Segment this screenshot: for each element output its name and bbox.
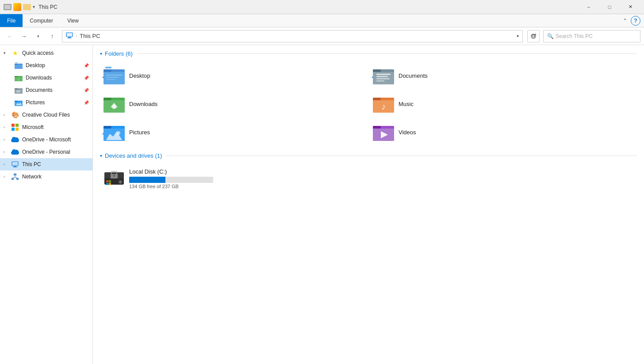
sidebar-this-pc-label: This PC — [22, 161, 89, 167]
svg-point-59 — [117, 131, 120, 135]
window-controls: − □ ✕ — [579, 0, 640, 14]
svg-rect-5 — [15, 64, 18, 64]
quick-access-chevron: ▾ — [4, 51, 11, 55]
folder-item-documents[interactable]: ☁ Documents — [369, 62, 637, 89]
title-bar: ▾ This PC − □ ✕ — [0, 0, 644, 14]
recent-locations-button[interactable]: ▾ — [32, 30, 44, 42]
drive-c-progress-bar — [129, 177, 213, 183]
svg-rect-13 — [15, 88, 18, 89]
window-title: This PC — [38, 4, 58, 10]
folder-item-desktop[interactable]: ☁ Desktop — [100, 62, 368, 89]
svg-rect-51 — [112, 107, 116, 109]
back-button[interactable]: ← — [4, 30, 16, 42]
svg-rect-38 — [106, 77, 119, 78]
search-box[interactable]: 🔍 Search This PC — [543, 30, 640, 42]
svg-rect-29 — [16, 178, 19, 180]
main-area: ▾ ★ Quick access Desktop 📌 — [0, 45, 644, 364]
address-arrow-icon: › — [76, 34, 77, 38]
sidebar-creative-cloud-label: Creative Cloud Files — [22, 112, 89, 118]
title-bar-icons: ▾ — [4, 3, 35, 11]
drive-c-info: Local Disk (C:) 134 GB free of 237 GB — [129, 168, 633, 189]
folder-item-downloads[interactable]: Downloads — [100, 91, 368, 117]
videos-folder-icon-large — [373, 121, 394, 143]
svg-rect-0 — [66, 33, 73, 37]
drive-c-size-label: 134 GB free of 237 GB — [129, 184, 633, 189]
svg-rect-21 — [12, 128, 15, 131]
this-pc-icon — [11, 160, 19, 169]
forward-button[interactable]: → — [18, 30, 30, 42]
svg-point-70 — [120, 182, 121, 183]
address-bar[interactable]: › This PC ▾ — [62, 30, 523, 42]
sidebar-network-label: Network — [22, 174, 89, 180]
svg-text:↓: ↓ — [18, 77, 19, 81]
sidebar-onedrive-ms-label: OneDrive - Microsoft — [22, 136, 89, 143]
downloads-folder-icon-large — [104, 93, 125, 114]
svg-rect-34 — [104, 72, 125, 84]
svg-rect-73 — [106, 183, 108, 185]
folders-section-header[interactable]: ▾ Folders (6) — [100, 50, 637, 57]
sidebar-item-microsoft[interactable]: › Microsoft — [0, 121, 92, 133]
microsoft-icon — [11, 123, 19, 132]
downloads-folder-icon: ↓ — [14, 73, 23, 82]
address-dropdown-button[interactable]: ▾ — [517, 34, 519, 38]
sidebar-item-desktop[interactable]: Desktop 📌 — [0, 59, 92, 72]
svg-rect-72 — [109, 180, 111, 182]
up-button[interactable]: ↑ — [46, 30, 58, 42]
drive-c-name: Local Disk (C:) — [129, 168, 633, 175]
sidebar-item-pictures[interactable]: Pictures 📌 — [0, 96, 92, 109]
ribbon: File Computer View ⌃ ? — [0, 14, 644, 27]
content-area: ▾ Folders (6) ☁ — [93, 45, 644, 364]
sidebar-item-quick-access[interactable]: ▾ ★ Quick access — [0, 47, 92, 59]
refresh-button[interactable] — [527, 30, 540, 42]
maximize-button[interactable]: □ — [599, 0, 620, 14]
minimize-button[interactable]: − — [579, 0, 599, 14]
sidebar-item-onedrive-personal[interactable]: › OneDrive - Personal — [0, 146, 92, 158]
onedrive-personal-icon — [11, 148, 19, 156]
tab-view[interactable]: View — [60, 14, 86, 27]
documents-pin-icon: 📌 — [84, 88, 89, 93]
help-button[interactable]: ? — [631, 16, 640, 26]
title-dropdown[interactable]: ▾ — [33, 4, 35, 9]
sidebar-item-onedrive-ms[interactable]: › OneDrive - Microsoft — [0, 133, 92, 146]
svg-rect-74 — [109, 183, 111, 185]
svg-line-31 — [13, 177, 15, 178]
svg-rect-9 — [15, 76, 18, 77]
svg-rect-4 — [15, 64, 23, 69]
tab-computer[interactable]: Computer — [23, 14, 60, 27]
quick-access-icon — [13, 3, 21, 11]
tab-file[interactable]: File — [0, 14, 23, 27]
drive-c-progress-fill — [129, 177, 165, 183]
sidebar-item-documents[interactable]: Documents 📌 — [0, 84, 92, 96]
downloads-pin-icon: 📌 — [84, 76, 89, 80]
downloads-folder-label: Downloads — [129, 101, 157, 107]
sidebar-item-network[interactable]: › Network — [0, 171, 92, 183]
address-pc-icon — [66, 32, 73, 40]
quick-access-label: Quick access — [22, 50, 89, 56]
svg-rect-6 — [15, 62, 18, 63]
pictures-folder-label: Pictures — [129, 129, 150, 136]
devices-divider — [166, 155, 637, 156]
drive-c-icon — [104, 168, 125, 189]
search-placeholder: Search This PC — [556, 33, 636, 39]
folder-item-music[interactable]: ♪ Music — [369, 91, 637, 117]
folder-item-pictures[interactable]: ☁ Pictures — [100, 119, 368, 145]
svg-line-32 — [15, 177, 18, 178]
svg-rect-43 — [376, 74, 391, 75]
svg-rect-22 — [15, 128, 19, 131]
ribbon-collapse-button[interactable]: ⌃ — [621, 16, 629, 26]
devices-section-header[interactable]: ▾ Devices and drives (1) — [100, 152, 637, 159]
desktop-folder-label: Desktop — [129, 72, 150, 79]
sidebar-item-this-pc[interactable]: › This PC — [0, 158, 92, 171]
sidebar-microsoft-label: Microsoft — [22, 124, 89, 130]
music-folder-label: Music — [399, 101, 414, 107]
sidebar-item-downloads[interactable]: ↓ Downloads 📌 — [0, 72, 92, 84]
svg-rect-58 — [104, 126, 111, 129]
close-button[interactable]: ✕ — [620, 0, 640, 14]
desktop-folder-icon-large — [104, 65, 125, 86]
drive-item-c[interactable]: Local Disk (C:) 134 GB free of 237 GB — [100, 164, 637, 193]
address-text: This PC — [80, 33, 515, 39]
folder-item-videos[interactable]: Videos — [369, 119, 637, 145]
ribbon-right: ⌃ ? — [621, 14, 644, 27]
pictures-folder-icon-large — [104, 121, 125, 143]
sidebar-item-creative-cloud[interactable]: › 🎨 Creative Cloud Files — [0, 109, 92, 121]
